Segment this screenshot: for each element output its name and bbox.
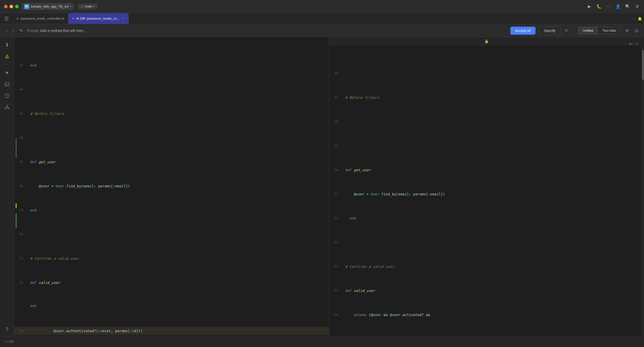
right-scrollbar-thumb[interactable] — [642, 50, 644, 80]
editor-area: Diff 43 end 44 45 # Before filters 46 — [0, 37, 644, 336]
tab-ai-diff-label: AI Diff: password_resets_co... — [76, 17, 119, 20]
toolbar-nav: ↑ ↓ — [4, 27, 16, 34]
r-line-50: 50 def get_user — [329, 166, 644, 174]
left-sidebar: Diff — [0, 37, 14, 336]
code-line-49: 49 end — [14, 206, 329, 214]
svg-rect-1 — [5, 18, 9, 19]
svg-rect-0 — [5, 17, 9, 17]
svg-rect-2 — [5, 20, 9, 20]
tab-ai-diff[interactable]: ✦ AI Diff: password_resets_co... ✕ — [68, 13, 128, 24]
prompt-value: Add a method that will chec... — [40, 29, 86, 33]
sidebar-git-icon[interactable] — [3, 103, 12, 112]
left-warning-marker — [16, 203, 17, 208]
r-line-52: 52 end — [329, 214, 644, 222]
ai-assist-icon[interactable]: ◎ — [633, 27, 640, 34]
titlebar: SE sample_rails_app_7th_ed ▾ ⎇ main ▾ ▶ … — [0, 0, 644, 13]
tab-close-button[interactable]: ✕ — [121, 17, 125, 21]
code-line-52: 52 def valid_user — [14, 279, 329, 287]
prompt-display: Prompt: Add a method that will chec... — [27, 29, 86, 33]
tab-file-label: password_resets_controller.rb — [21, 17, 64, 20]
tabbar-more-icon[interactable]: ⋯ — [632, 17, 635, 21]
svg-point-14 — [8, 108, 9, 109]
sidebar-alert-icon[interactable] — [3, 91, 12, 100]
tab-file[interactable]: 🗎 password_resets_controller.rb — [13, 13, 68, 24]
project-avatar: SE — [24, 4, 29, 9]
accept-icon[interactable]: ✓ — [635, 41, 639, 47]
chevron-down-icon: ▾ — [70, 5, 71, 8]
left-code-panel[interactable]: 43 end 44 45 # Before filters 46 47 — [14, 37, 329, 336]
left-scrollbar-thumb[interactable] — [16, 138, 17, 158]
r-line-51: 51 @user = User.find_by(email: params[:e… — [329, 190, 644, 198]
tabbar-icons: ⋯ 🔔 — [632, 17, 642, 21]
toolbar: ↑ ↓ ✎ Prompt: Add a method that will che… — [0, 24, 644, 37]
minimize-button[interactable] — [10, 5, 13, 8]
svg-point-5 — [7, 46, 8, 47]
sidebar-divider-1 — [3, 64, 11, 65]
sidebar-play-icon[interactable] — [3, 68, 12, 77]
lock-row: 🔒 — [329, 37, 644, 45]
search-icon[interactable]: 🔍 — [625, 4, 630, 9]
r-line-54: 54 # Confirms a valid user. — [329, 263, 644, 271]
refresh-button[interactable]: ↻ — [564, 27, 569, 34]
sidebar-toggle-icon[interactable] — [2, 14, 11, 23]
svg-point-12 — [7, 105, 8, 106]
more-menu-icon[interactable]: ⋯ — [606, 4, 611, 9]
code-line-54: 54 @user.authenticated?(:reset, params[:… — [14, 327, 329, 335]
code-line-44: 44 — [14, 85, 329, 94]
sidebar-nav-icon[interactable] — [3, 40, 12, 49]
sidebar-warning-icon[interactable] — [3, 52, 12, 61]
code-line-46: 46 — [14, 134, 329, 142]
view-toggle: Unified Two-Side — [578, 27, 621, 34]
sidebar-terminal-icon[interactable] — [3, 80, 12, 89]
twoside-view-button[interactable]: Two-Side — [598, 27, 621, 34]
file-icon: 🗎 — [16, 17, 19, 20]
action-icons: ↩ ✓ — [629, 41, 639, 47]
nav-up-button[interactable]: ↑ — [4, 27, 9, 34]
tabbar: 🗎 password_resets_controller.rb ✦ AI Dif… — [0, 13, 644, 24]
diff-label[interactable]: Diff — [6, 325, 9, 333]
undo-icon[interactable]: ↩ — [629, 41, 633, 47]
code-line-50: 50 — [14, 230, 329, 238]
left-code-content: 43 end 44 45 # Before filters 46 47 — [14, 37, 329, 336]
svg-line-17 — [7, 107, 9, 108]
branch-selector[interactable]: ⎇ main ▾ — [78, 4, 97, 9]
run-button[interactable]: ▶ — [587, 4, 592, 9]
tabbar-notification-icon[interactable]: 🔔 — [638, 17, 642, 21]
specify-button[interactable]: Specify — [539, 26, 561, 35]
edit-button[interactable]: ✎ — [19, 27, 24, 34]
user-icon[interactable]: 👤 — [615, 4, 621, 9]
right-code-content: 46 47 # Before filters 48 49 50 def — [329, 45, 644, 336]
right-code-panel[interactable]: 🔒 46 47 # Before filters 48 49 — [329, 37, 644, 336]
prompt-prefix: Prompt: — [27, 29, 40, 33]
project-selector[interactable]: SE sample_rails_app_7th_ed ▾ — [22, 3, 74, 10]
code-line-51: 51 # Confirms a valid user. — [14, 254, 329, 263]
maximize-button[interactable] — [15, 5, 19, 8]
diff-settings-icon[interactable]: ⚙ — [624, 27, 630, 34]
branch-icon: ⎇ — [80, 5, 84, 8]
r-line-48: 48 — [329, 118, 644, 126]
r-line-56: 56 unless (@user && @user.activated? && — [329, 311, 644, 319]
code-line-47: 47 def get_user — [14, 158, 329, 166]
accept-all-button[interactable]: Accept all — [510, 27, 536, 35]
end-line: end — [14, 302, 329, 310]
debug-icon[interactable]: 🐛 — [596, 4, 602, 9]
close-button[interactable] — [4, 5, 8, 8]
traffic-lights — [4, 5, 19, 8]
r-line-55: 55 def valid_user — [329, 287, 644, 295]
unified-view-button[interactable]: Unified — [578, 27, 597, 34]
titlebar-actions: ▶ 🐛 ⋯ 👤 🔍 ⚙ — [587, 4, 640, 9]
project-name: sample_rails_app_7th_ed — [31, 5, 68, 8]
bottom-bar: ⎇ Diff — [0, 336, 644, 347]
right-scrollbar-track[interactable] — [641, 37, 644, 336]
code-line-43: 43 end — [14, 61, 329, 69]
svg-point-11 — [7, 97, 7, 97]
settings-icon[interactable]: ⚙ — [634, 4, 640, 9]
left-panel-end: end — [14, 301, 329, 311]
r-line-49: 49 — [329, 142, 644, 150]
code-panels: 43 end 44 45 # Before filters 46 47 — [14, 37, 644, 336]
code-line-48: 48 @user = User.find_by(email: params[:e… — [14, 182, 329, 190]
diff-bottom-label[interactable]: ⎇ Diff — [4, 340, 13, 343]
nav-down-button[interactable]: ↓ — [11, 27, 16, 34]
svg-point-3 — [7, 43, 8, 44]
svg-point-4 — [7, 44, 8, 45]
